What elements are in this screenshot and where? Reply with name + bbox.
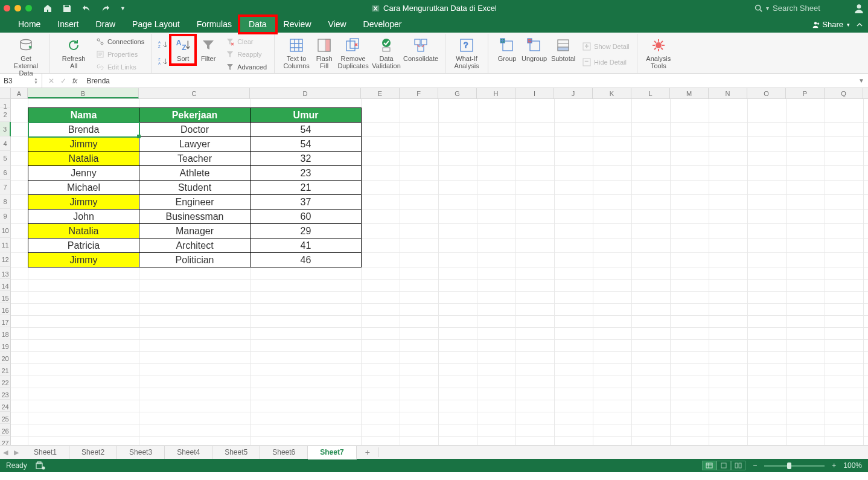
data-validation-button[interactable]: Data Validation [370, 36, 403, 69]
row-header-9[interactable]: 9 [0, 209, 11, 223]
name-box[interactable]: B3 ▲▼ [0, 74, 42, 88]
page-break-view-button[interactable] [731, 461, 745, 470]
search-input[interactable] [773, 4, 845, 13]
save-icon[interactable] [62, 4, 72, 13]
cell-nama[interactable]: Brenda [28, 123, 139, 137]
select-all-corner[interactable] [0, 88, 11, 99]
cell-pekerjaan[interactable]: Lawyer [139, 137, 251, 152]
analysis-tools-button[interactable]: Analysis Tools [643, 36, 674, 69]
maximize-window-icon[interactable] [25, 5, 32, 11]
sort-asc-button[interactable]: AZ [158, 40, 169, 50]
tab-home[interactable]: Home [10, 17, 49, 32]
row-header-6[interactable]: 6 [0, 165, 11, 180]
col-header-K[interactable]: K [593, 88, 631, 98]
whatif-analysis-button[interactable]: ?What-If Analysis [452, 36, 482, 69]
cell-umur[interactable]: 32 [251, 152, 362, 166]
add-sheet-button[interactable]: + [357, 447, 379, 457]
row-header-17[interactable]: 17 [0, 315, 11, 327]
row-header-15[interactable]: 15 [0, 291, 11, 303]
cell-umur[interactable]: 23 [251, 166, 362, 181]
zoom-level[interactable]: 100% [843, 461, 862, 470]
sheet-tab-sheet7[interactable]: Sheet7 [308, 446, 356, 459]
cell-nama[interactable]: Natalia [28, 224, 139, 238]
col-header-H[interactable]: H [477, 88, 515, 98]
share-button[interactable]: Share ▾ [811, 20, 850, 29]
cell-pekerjaan[interactable]: Politician [139, 253, 251, 267]
connections-button[interactable]: Connections [95, 36, 145, 47]
row-header-27[interactable]: 27 [0, 436, 11, 445]
cell-umur[interactable]: 21 [251, 181, 362, 195]
sort-button[interactable]: AZ Sort [171, 36, 194, 63]
col-header-F[interactable]: F [400, 88, 438, 98]
col-header-G[interactable]: G [438, 88, 477, 98]
cell-nama[interactable]: Michael [28, 181, 139, 195]
tab-draw[interactable]: Draw [87, 17, 124, 32]
tab-formulas[interactable]: Formulas [188, 17, 240, 32]
sheet-nav-next-icon[interactable]: ▶ [14, 449, 19, 456]
row-header-2[interactable]: 2 [0, 107, 11, 122]
ungroup-button[interactable]: −Ungroup [520, 36, 549, 62]
sort-desc-button[interactable]: ZA [158, 57, 169, 66]
col-header-A[interactable]: A [11, 88, 28, 98]
namebox-stepper-icon[interactable]: ▲▼ [34, 77, 38, 85]
tab-data[interactable]: Data [240, 17, 275, 32]
refresh-all-button[interactable]: Refresh All [56, 36, 91, 69]
page-layout-view-button[interactable] [716, 461, 731, 470]
col-header-J[interactable]: J [554, 88, 593, 98]
row-header-5[interactable]: 5 [0, 151, 11, 165]
search-box[interactable]: ▾ [755, 4, 845, 13]
row-header-13[interactable]: 13 [0, 267, 11, 279]
table-header[interactable]: Umur [251, 108, 362, 123]
col-header-C[interactable]: C [139, 88, 250, 98]
cell-grid[interactable]: NamaPekerjaanUmurBrendaDoctor54JimmyLawy… [11, 99, 868, 445]
cell-nama[interactable]: John [28, 210, 139, 224]
cell-nama[interactable]: Jimmy [28, 253, 139, 267]
sheet-nav-prev-icon[interactable]: ◀ [3, 449, 8, 456]
cell-umur[interactable]: 41 [251, 238, 362, 253]
tab-developer[interactable]: Developer [355, 17, 410, 32]
sheet-tab-sheet5[interactable]: Sheet5 [212, 446, 260, 459]
qat-dropdown-icon[interactable]: ▼ [120, 5, 126, 11]
cell-pekerjaan[interactable]: Businessman [139, 210, 251, 224]
col-header-I[interactable]: I [515, 88, 554, 98]
group-button[interactable]: +Group [494, 36, 520, 62]
cell-umur[interactable]: 54 [251, 137, 362, 152]
col-header-L[interactable]: L [631, 88, 670, 98]
formula-input[interactable]: Brenda [83, 77, 110, 85]
col-header-Q[interactable]: Q [825, 88, 863, 98]
sheet-tab-sheet4[interactable]: Sheet4 [165, 446, 212, 459]
cell-pekerjaan[interactable]: Doctor [139, 123, 251, 137]
col-header-O[interactable]: O [747, 88, 786, 98]
cell-pekerjaan[interactable]: Athlete [139, 166, 251, 181]
redo-icon[interactable] [101, 4, 110, 13]
fill-handle[interactable] [137, 135, 141, 138]
collapse-ribbon-icon[interactable] [856, 21, 863, 28]
row-header-12[interactable]: 12 [0, 252, 11, 267]
row-header-10[interactable]: 10 [0, 223, 11, 238]
row-header-8[interactable]: 8 [0, 194, 11, 209]
remove-duplicates-button[interactable]: Remove Duplicates [336, 36, 370, 69]
cell-pekerjaan[interactable]: Architect [139, 238, 251, 253]
cell-pekerjaan[interactable]: Manager [139, 224, 251, 238]
subtotal-button[interactable]: Subtotal [549, 36, 578, 62]
row-header-11[interactable]: 11 [0, 238, 11, 252]
row-header-4[interactable]: 4 [0, 136, 11, 151]
minimize-window-icon[interactable] [14, 5, 21, 11]
expand-formula-bar-icon[interactable]: ▼ [858, 77, 868, 84]
macro-record-icon[interactable] [36, 461, 45, 470]
accept-formula-icon[interactable]: ✓ [60, 77, 66, 85]
filter-button[interactable]: Filter [197, 36, 220, 62]
cell-umur[interactable]: 37 [251, 195, 362, 210]
row-header-22[interactable]: 22 [0, 376, 11, 388]
col-header-B[interactable]: B [28, 88, 139, 98]
row-header-18[interactable]: 18 [0, 327, 11, 339]
user-icon[interactable] [854, 3, 864, 14]
cell-pekerjaan[interactable]: Engineer [139, 195, 251, 210]
sheet-tab-sheet2[interactable]: Sheet2 [69, 446, 117, 459]
row-header-21[interactable]: 21 [0, 363, 11, 376]
cell-nama[interactable]: Jimmy [28, 195, 139, 210]
row-header-25[interactable]: 25 [0, 412, 11, 424]
tab-view[interactable]: View [320, 17, 355, 32]
col-header-P[interactable]: P [786, 88, 825, 98]
row-header-14[interactable]: 14 [0, 279, 11, 291]
